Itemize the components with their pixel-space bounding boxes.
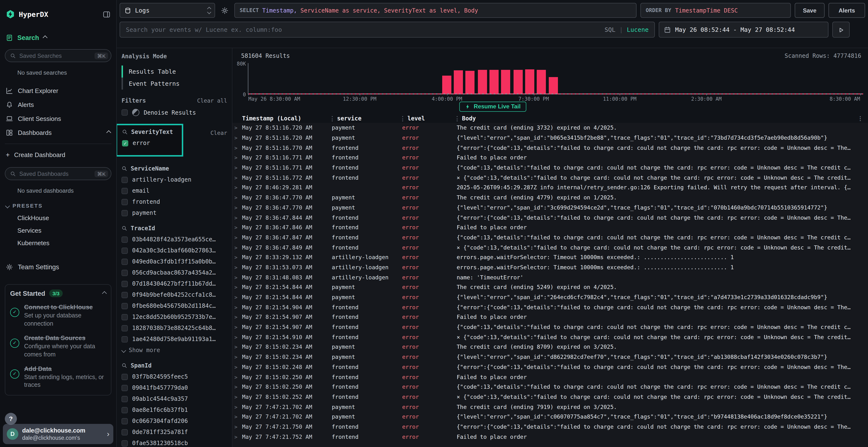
presets-toggle[interactable]: PRESETS: [6, 203, 112, 209]
checkbox[interactable]: [122, 385, 128, 391]
column-settings-icon[interactable]: ⋮: [858, 115, 868, 122]
service-option-email[interactable]: email: [122, 187, 227, 194]
table-row[interactable]: >May 27 8:46:29.281 AMerror2025-05-26T09…: [232, 182, 868, 193]
save-button[interactable]: Save: [795, 3, 825, 18]
table-row[interactable]: >May 27 8:33:29.132 AMartillery-loadgene…: [232, 252, 868, 262]
row-expand-chevron-icon[interactable]: >: [235, 135, 242, 141]
row-expand-chevron-icon[interactable]: >: [235, 344, 242, 350]
column-header-body[interactable]: Body⋮: [457, 115, 868, 122]
trace-option[interactable]: 0fbe680eb456750b2d1184c…: [122, 303, 227, 309]
get-started-item[interactable]: ✓Connect to ClickHouseSet up your databa…: [10, 304, 106, 328]
table-row[interactable]: >May 27 8:36:47.849 AMfrontenderror× {"c…: [232, 243, 868, 252]
histogram-bar[interactable]: [478, 70, 487, 94]
row-expand-chevron-icon[interactable]: >: [235, 254, 242, 260]
preset-clickhouse[interactable]: ClickHouse: [5, 211, 112, 224]
run-query-button[interactable]: [832, 22, 850, 38]
row-expand-chevron-icon[interactable]: >: [235, 364, 242, 370]
histogram-bar[interactable]: [513, 70, 523, 94]
span-option[interactable]: 09ab1c4544c9a357: [122, 396, 227, 402]
trace-option[interactable]: 049ed0ac3fdb1f3f15a0b0b…: [122, 258, 227, 265]
checkbox[interactable]: [122, 236, 128, 243]
checkbox[interactable]: [122, 259, 128, 265]
table-row[interactable]: >May 27 8:31:48.083 AMartillery-loadgene…: [232, 272, 868, 282]
checkbox[interactable]: [122, 291, 128, 298]
user-menu[interactable]: D dale@clickhouse.com dale@clickhouse.co…: [3, 424, 113, 444]
table-row[interactable]: >May 27 8:31:53.073 AMartillery-loadgene…: [232, 262, 868, 272]
trace-option[interactable]: 12ec8dd52b60b9525733b7e…: [122, 314, 227, 320]
trace-option[interactable]: 03b44828f42a3573ea655ce…: [122, 236, 227, 243]
alerts-button[interactable]: Alerts: [829, 3, 865, 18]
row-expand-chevron-icon[interactable]: >: [235, 354, 242, 360]
table-row[interactable]: >May 27 8:51:16.770 AMfrontenderror{"err…: [232, 143, 868, 153]
chevron-up-icon[interactable]: [106, 130, 111, 135]
service-option-artillery-loadgen[interactable]: artillery-loadgen: [122, 176, 227, 183]
search-input[interactable]: Search your events w/ Lucene ex. column:…: [120, 22, 655, 38]
sidebar-item-dashboards[interactable]: Dashboards: [5, 126, 112, 140]
checkbox[interactable]: [122, 440, 128, 446]
table-row[interactable]: >May 27 8:36:47.844 AMfrontenderror{"err…: [232, 212, 868, 222]
table-row[interactable]: >May 27 8:51:16.772 AMfrontenderror× {"c…: [232, 173, 868, 182]
checkbox[interactable]: [122, 374, 128, 380]
checkbox[interactable]: [122, 336, 128, 342]
row-expand-chevron-icon[interactable]: >: [235, 195, 242, 200]
trace-option[interactable]: 0f94b9befe0b4252ccfa1c8…: [122, 291, 227, 298]
tab-results-table[interactable]: Results Table: [122, 66, 227, 77]
table-row[interactable]: >May 27 8:15:02.234 AMpaymenterrorThe cr…: [232, 342, 868, 352]
service-option-payment[interactable]: payment: [122, 209, 227, 216]
tab-event-patterns[interactable]: Event Patterns: [122, 77, 227, 90]
sidebar-item-alerts[interactable]: Alerts: [5, 98, 112, 112]
date-range-picker[interactable]: May 26 08:52:44 - May 27 08:52:44: [659, 22, 829, 38]
create-dashboard-button[interactable]: + Create Dashboard: [5, 150, 112, 160]
sidebar-item-client-sessions[interactable]: Client Sessions: [5, 112, 112, 126]
checkbox[interactable]: [122, 396, 128, 402]
checkbox[interactable]: [122, 176, 128, 183]
denoise-checkbox-row[interactable]: Denoise Results: [122, 109, 227, 116]
table-row[interactable]: >May 27 8:36:47.847 AMfrontenderror{"cod…: [232, 232, 868, 242]
table-row[interactable]: >May 27 8:21:54.907 AMfrontenderror{"cod…: [232, 322, 868, 332]
table-row[interactable]: >May 27 7:47:21.702 AMpaymenterrorThe cr…: [232, 402, 868, 412]
row-expand-chevron-icon[interactable]: >: [235, 334, 242, 340]
table-row[interactable]: >May 27 8:36:47.846 AMfrontenderrorFaile…: [232, 222, 868, 232]
table-row[interactable]: >May 27 8:15:02.252 AMfrontenderror× {"c…: [232, 392, 868, 402]
column-header-service[interactable]: service: [332, 115, 402, 122]
row-expand-chevron-icon[interactable]: >: [235, 414, 242, 420]
row-expand-chevron-icon[interactable]: >: [235, 185, 242, 191]
preset-services[interactable]: Services: [5, 224, 112, 237]
row-expand-chevron-icon[interactable]: >: [235, 294, 242, 300]
row-expand-chevron-icon[interactable]: >: [235, 284, 242, 290]
table-row[interactable]: >May 27 8:36:47.770 AMpaymenterrorThe cr…: [232, 193, 868, 203]
table-row[interactable]: >May 27 8:15:02.248 AMfrontenderror{"err…: [232, 362, 868, 372]
preset-kubernetes[interactable]: Kubernetes: [5, 237, 112, 249]
checkbox[interactable]: [122, 187, 128, 194]
trace-option[interactable]: 1ae42480d758e9ab91193a1…: [122, 336, 227, 342]
service-option-frontend[interactable]: frontend: [122, 199, 227, 205]
histogram-bar[interactable]: [490, 70, 499, 94]
sidebar-item-team-settings[interactable]: Team Settings: [5, 261, 112, 274]
table-row[interactable]: >May 27 7:47:21.752 AMfrontenderrorFaile…: [232, 432, 868, 442]
span-option[interactable]: 03f7b824595feec5: [122, 373, 227, 380]
row-expand-chevron-icon[interactable]: >: [235, 215, 242, 220]
row-expand-chevron-icon[interactable]: >: [235, 145, 242, 150]
checkbox[interactable]: [122, 314, 128, 320]
table-row[interactable]: >May 27 8:51:16.771 AMfrontenderror{"cod…: [232, 163, 868, 173]
histogram-bar[interactable]: [537, 70, 546, 94]
row-expand-chevron-icon[interactable]: >: [235, 274, 242, 280]
select-clause-input[interactable]: SELECT Timestamp, ServiceName as service…: [235, 3, 637, 18]
histogram-bar[interactable]: [454, 70, 463, 94]
saved-searches-input[interactable]: Saved Searches ⌘K: [5, 49, 112, 62]
span-option[interactable]: 0c0667304fafd206: [122, 418, 227, 424]
row-expand-chevron-icon[interactable]: >: [235, 244, 242, 250]
column-resize-handle[interactable]: [332, 116, 333, 121]
checkbox[interactable]: [122, 429, 128, 435]
row-expand-chevron-icon[interactable]: >: [235, 324, 242, 330]
lucene-mode-toggle[interactable]: Lucene: [627, 26, 649, 33]
table-row[interactable]: >May 27 8:15:02.234 AMpaymenterror{"leve…: [232, 352, 868, 362]
collapse-sidebar-icon[interactable]: [103, 10, 111, 18]
row-expand-chevron-icon[interactable]: >: [235, 434, 242, 440]
resume-live-tail-button[interactable]: Resume Live Tail: [459, 102, 526, 112]
severity-option-error[interactable]: ✓error: [122, 140, 177, 146]
trace-option[interactable]: 18287038b73e882425c64b8…: [122, 325, 227, 332]
checkbox[interactable]: [122, 407, 128, 413]
row-expand-chevron-icon[interactable]: >: [235, 384, 242, 390]
histogram-bar[interactable]: [501, 70, 510, 94]
